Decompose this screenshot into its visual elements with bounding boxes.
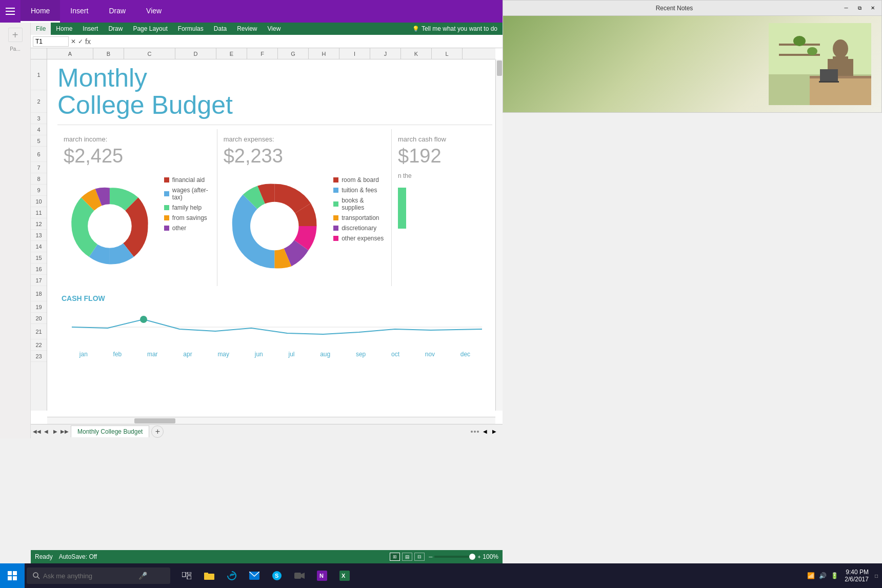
excel-button[interactable]: X	[334, 563, 355, 588]
onenote-button[interactable]: N	[312, 563, 332, 588]
col-E[interactable]: E	[216, 48, 247, 59]
battery-icon[interactable]: 🔋	[831, 572, 838, 579]
ribbon-tab-review[interactable]: Review	[232, 23, 262, 35]
name-box[interactable]	[33, 36, 69, 47]
microphone-icon[interactable]: 🎤	[138, 572, 147, 580]
col-I[interactable]: I	[339, 48, 370, 59]
sheet-nav-next[interactable]: ▶	[51, 428, 59, 436]
ribbon-tab-draw[interactable]: Draw	[103, 23, 128, 35]
formula-input[interactable]	[93, 38, 500, 45]
row-18[interactable]: 18	[31, 286, 47, 301]
page-layout-view-btn[interactable]: ▤	[402, 553, 412, 561]
ribbon-tab-view[interactable]: View	[263, 23, 286, 35]
col-G[interactable]: G	[278, 48, 309, 59]
normal-view-btn[interactable]: ⊞	[390, 553, 400, 561]
col-B[interactable]: B	[93, 48, 124, 59]
vertical-scroll-thumb[interactable]	[497, 60, 502, 76]
row-20[interactable]: 20	[31, 313, 47, 324]
sheet-main-content: Monthly College Budget march income: $2,…	[47, 59, 503, 363]
vertical-scrollbar[interactable]	[495, 59, 503, 411]
col-F[interactable]: F	[247, 48, 278, 59]
zoom-slider-track[interactable]	[434, 556, 475, 558]
row-16[interactable]: 16	[31, 263, 47, 275]
row-22[interactable]: 22	[31, 339, 47, 351]
ribbon-tab-data[interactable]: Data	[209, 23, 232, 35]
add-sheet-button[interactable]: +	[151, 425, 164, 438]
row-6[interactable]: 6	[31, 147, 47, 162]
col-K[interactable]: K	[401, 48, 432, 59]
hamburger-button[interactable]	[0, 0, 21, 23]
tell-me[interactable]: 💡 Tell me what you want to do	[407, 23, 503, 34]
row-9[interactable]: 9	[31, 185, 47, 196]
row-3[interactable]: 3	[31, 113, 47, 124]
edge-button[interactable]	[222, 563, 242, 588]
row-19[interactable]: 19	[31, 301, 47, 313]
sheet-tab-monthly[interactable]: Monthly College Budget	[71, 425, 149, 437]
minimize-button[interactable]: ─	[841, 4, 851, 13]
tab-view[interactable]: View	[136, 0, 172, 23]
sheet-nav-first[interactable]: ◀◀	[33, 428, 41, 436]
row-11[interactable]: 11	[31, 207, 47, 218]
task-view-button[interactable]	[176, 563, 197, 588]
svg-rect-14	[810, 76, 871, 78]
svg-rect-31	[204, 573, 208, 575]
col-A[interactable]: A	[47, 48, 93, 59]
row-1[interactable]: 1	[31, 59, 47, 90]
close-button[interactable]: ✕	[868, 4, 877, 13]
col-H[interactable]: H	[309, 48, 339, 59]
svg-rect-35	[294, 573, 301, 579]
network-icon[interactable]: 📶	[807, 572, 815, 579]
page-break-view-btn[interactable]: ⊟	[414, 553, 425, 561]
row-2[interactable]: 2	[31, 90, 47, 113]
row-15[interactable]: 15	[31, 252, 47, 263]
taskbar-search-input[interactable]	[43, 572, 135, 580]
ribbon-tab-file[interactable]: File	[31, 23, 51, 35]
sheet-options	[471, 431, 479, 433]
zoom-plus[interactable]: +	[477, 554, 480, 560]
col-C[interactable]: C	[124, 48, 175, 59]
row-17[interactable]: 17	[31, 275, 47, 286]
add-page-button[interactable]: +	[8, 28, 23, 42]
zoom-minus[interactable]: ─	[429, 554, 432, 560]
row-23[interactable]: 23	[31, 351, 47, 362]
tab-insert[interactable]: Insert	[60, 0, 98, 23]
horizontal-scroll-thumb[interactable]	[134, 418, 175, 423]
taskbar-datetime[interactable]: 9:40 PM 2/6/2017	[845, 569, 869, 583]
row-8[interactable]: 8	[31, 173, 47, 185]
video-button[interactable]	[289, 563, 310, 588]
taskbar-search-bar[interactable]: 🎤	[27, 567, 170, 584]
sheet-nav-last[interactable]: ▶▶	[61, 428, 69, 436]
ribbon-tab-pagelayout[interactable]: Page Layout	[128, 23, 172, 35]
formula-confirm-icon: ✓	[78, 38, 83, 45]
volume-icon[interactable]: 🔊	[819, 572, 827, 579]
sheet-scroll-left[interactable]: ◀	[481, 428, 489, 436]
row-21[interactable]: 21	[31, 324, 47, 339]
zoom-slider-thumb[interactable]	[469, 554, 475, 560]
ribbon-tab-formulas[interactable]: Formulas	[173, 23, 209, 35]
row-4[interactable]: 4	[31, 124, 47, 135]
restore-button[interactable]: ⧉	[855, 4, 864, 13]
horizontal-scrollbar[interactable]	[47, 417, 495, 424]
row-5[interactable]: 5	[31, 135, 47, 147]
tab-home[interactable]: Home	[21, 0, 60, 23]
tab-draw[interactable]: Draw	[98, 0, 136, 23]
col-D[interactable]: D	[175, 48, 216, 59]
row-14[interactable]: 14	[31, 241, 47, 252]
skype-button[interactable]: S	[267, 563, 287, 588]
mail-button[interactable]	[244, 563, 265, 588]
row-12[interactable]: 12	[31, 218, 47, 230]
legend-discretionary: discretionary	[333, 225, 385, 232]
col-J[interactable]: J	[370, 48, 401, 59]
ribbon-tab-insert[interactable]: Insert	[77, 23, 103, 35]
file-explorer-button[interactable]	[199, 563, 219, 588]
sheet-scroll-right[interactable]: ▶	[490, 428, 498, 436]
action-center-icon[interactable]: □	[875, 573, 878, 579]
ribbon-tab-home[interactable]: Home	[51, 23, 77, 35]
start-button[interactable]	[0, 563, 25, 588]
row-10[interactable]: 10	[31, 196, 47, 207]
sheet-nav-prev[interactable]: ◀	[42, 428, 50, 436]
sheet-scroll-nav: ◀ ▶	[481, 428, 498, 436]
row-7[interactable]: 7	[31, 162, 47, 173]
row-13[interactable]: 13	[31, 230, 47, 241]
col-L[interactable]: L	[432, 48, 463, 59]
